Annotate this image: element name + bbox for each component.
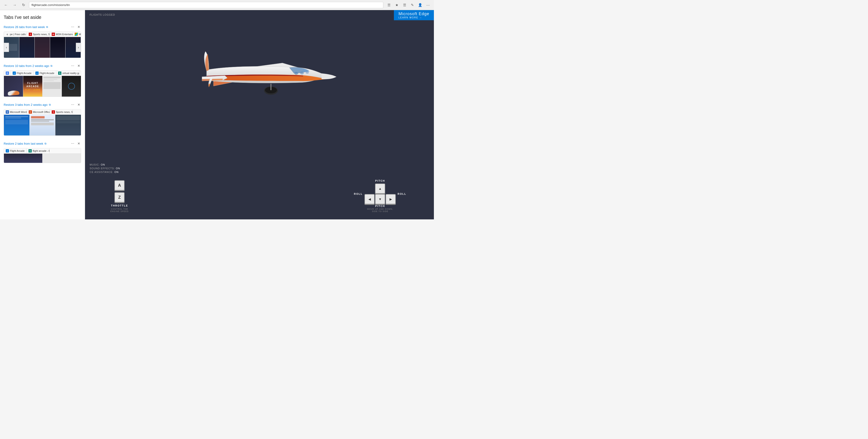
tab-preview[interactable]: [30, 115, 55, 136]
sound-setting: MUSIC: ON: [90, 163, 120, 166]
tab-label: S Sports news, Scores: [27, 32, 50, 37]
tab-group-2-header: Restore 10 tabs from 2 weeks ago ⧉ ⋯ ✕: [4, 63, 81, 68]
reading-view-button[interactable]: ☰: [385, 2, 392, 8]
next-arrow[interactable]: ›: [76, 43, 81, 52]
pitch-desc: MOVE UP AND DOWN, SIDE TO SIDE: [364, 208, 396, 212]
group2-tab-labels: B e Flight Arcade e Flight Arcade b virt…: [4, 70, 81, 76]
group2-close-button[interactable]: ✕: [76, 63, 81, 68]
tab-preview[interactable]: [42, 154, 81, 163]
tab-label: H Halo - Official Site: [79, 70, 81, 76]
dpad-up-button[interactable]: ▲: [375, 183, 385, 194]
tab-preview[interactable]: [55, 115, 81, 136]
tab-group-2: Restore 10 tabs from 2 weeks ago ⧉ ⋯ ✕ B…: [4, 63, 81, 97]
group3-previews: W Microsoft Word O Microsoft Office S Sp…: [4, 109, 81, 136]
game-panel: FLIGHTS LOGGED 𝕏 f Microsoft Edge LEARN …: [85, 10, 434, 220]
throttle-key-a: A: [115, 180, 125, 191]
restore-group1-link[interactable]: Restore 26 tabs from last week ⧉: [4, 25, 48, 29]
tab-label: e Flight Arcade: [11, 70, 34, 76]
tab-preview[interactable]: [50, 37, 65, 58]
group2-more-button[interactable]: ⋯: [70, 63, 75, 68]
tab-preview[interactable]: [4, 115, 30, 136]
hub-button[interactable]: ☰: [401, 2, 408, 8]
back-button[interactable]: ←: [3, 2, 9, 8]
airplane-display: [179, 22, 340, 132]
favicon-sports2-icon: S: [52, 110, 55, 114]
throttle-label: THROTTLE: [111, 204, 128, 207]
tab-label-text: virtual reality gam: [62, 72, 79, 75]
dpad-right-button[interactable]: ▶: [385, 194, 396, 204]
group4-previews: e Flight Arcade b flight arcade - Bing: [4, 148, 81, 163]
address-bar[interactable]: [29, 2, 383, 8]
restore-group3-label: Restore 3 tabs from 2 weeks ago: [4, 103, 48, 107]
refresh-button[interactable]: ↻: [20, 2, 27, 8]
notes-button[interactable]: ✎: [409, 2, 415, 8]
tabs-panel: Tabs I've set aside Restore 26 tabs from…: [0, 10, 85, 220]
svg-point-4: [300, 72, 304, 75]
favicon-ms-icon: [75, 33, 78, 36]
tab-preview[interactable]: [42, 76, 62, 96]
account-button[interactable]: 👤: [417, 2, 423, 8]
dpad-left-button[interactable]: ◀: [365, 194, 375, 204]
group1-close-button[interactable]: ✕: [76, 25, 81, 29]
tab-preview[interactable]: FLIGHTARCADE PLAY / LEARN: [23, 76, 42, 96]
tab-group-2-actions: ⋯ ✕: [70, 63, 81, 68]
restore-group2-link[interactable]: Restore 10 tabs from 2 weeks ago ⧉: [4, 64, 53, 68]
tab-label-text: Sports news, Scores: [56, 111, 73, 113]
pitch-label-bottom: PITCH: [375, 205, 385, 207]
tab-preview[interactable]: [4, 76, 23, 96]
group4-more-button[interactable]: ⋯: [70, 141, 75, 146]
group2-previews: B e Flight Arcade e Flight Arcade b virt…: [4, 70, 81, 97]
more-button[interactable]: ⋯: [425, 2, 431, 8]
group1-previews: e pe | Free calls to S Sports news, Scor…: [4, 31, 81, 58]
restore-group1-icon: ⧉: [46, 26, 48, 29]
tab-preview[interactable]: [4, 154, 42, 163]
controls-area: A Z THROTTLE CONTROL THE ENGINE SPEED PI…: [85, 179, 434, 212]
tab-preview[interactable]: [62, 76, 81, 96]
tab-group-4-actions: ⋯ ✕: [70, 141, 81, 146]
group3-close-button[interactable]: ✕: [76, 103, 81, 107]
group2-preview-images: FLIGHTARCADE PLAY / LEARN: [4, 76, 81, 96]
tab-group-3-header: Restore 3 tabs from 2 weeks ago ⧉ ⋯ ✕: [4, 103, 81, 107]
tab-label: O Microsoft Office: [27, 110, 50, 115]
tab-preview[interactable]: [19, 37, 35, 58]
group3-preview-images: [4, 115, 81, 136]
panel-title: Tabs I've set aside: [4, 15, 81, 20]
airplane-svg: [179, 22, 340, 132]
tab-group-4-header: Restore 2 tabs from last week ⧉ ⋯ ✕: [4, 141, 81, 146]
group4-tab-labels: e Flight Arcade b flight arcade - Bing: [4, 148, 81, 154]
sound-effects-setting: SOUND EFFECTS: ON: [90, 167, 120, 170]
group3-more-button[interactable]: ⋯: [70, 103, 75, 107]
tab-label: Microsoft HoloLens: [73, 32, 81, 37]
tab-group-1-header: Restore 26 tabs from last week ⧉ ⋯ ✕: [4, 25, 81, 29]
restore-group3-link[interactable]: Restore 3 tabs from 2 weeks ago ⧉: [4, 103, 51, 107]
game-settings: MUSIC: ON SOUND EFFECTS: ON CE ASSISTANC…: [90, 163, 120, 173]
prev-arrow[interactable]: ‹: [4, 43, 9, 52]
favicon-b-icon: B: [6, 71, 9, 75]
tab-group-4: Restore 2 tabs from last week ⧉ ⋯ ✕ e Fl…: [4, 141, 81, 163]
ms-edge-cta: LEARN MORE →: [399, 16, 422, 19]
forward-button[interactable]: →: [11, 2, 18, 8]
tab-label: W Microsoft Word: [4, 110, 27, 115]
dpad-row: ROLL ▲ ◀ ▼ ▶ ROLL: [354, 183, 406, 204]
main-content: Tabs I've set aside Restore 26 tabs from…: [0, 10, 434, 220]
tab-label: e Flight Arcade: [4, 148, 27, 153]
group4-close-button[interactable]: ✕: [76, 141, 81, 146]
ms-edge-banner[interactable]: Microsoft Edge LEARN MORE →: [394, 10, 434, 20]
favorites-button[interactable]: ★: [394, 2, 400, 8]
dpad-down-button[interactable]: ▼: [375, 194, 385, 204]
restore-group2-icon: ⧉: [51, 64, 53, 67]
dpad: ▲ ◀ ▼ ▶: [365, 183, 396, 204]
tab-label-text: MSN Entertainment: [56, 33, 73, 36]
tab-group-3: Restore 3 tabs from 2 weeks ago ⧉ ⋯ ✕ W …: [4, 103, 81, 136]
tab-label-text: pe | Free calls to: [10, 33, 27, 36]
group1-more-button[interactable]: ⋯: [70, 25, 75, 29]
tab-label: e Flight Arcade: [34, 70, 56, 76]
throttle-key-z: Z: [115, 192, 125, 202]
tab-preview[interactable]: [35, 37, 50, 58]
restore-group4-link[interactable]: Restore 2 tabs from last week ⧉: [4, 142, 46, 145]
tab-label: M MSN Entertainment: [50, 32, 73, 37]
favicon-office-icon: O: [29, 110, 32, 114]
group3-tab-labels: W Microsoft Word O Microsoft Office S Sp…: [4, 110, 81, 115]
browser-chrome: ← → ↻ ☰ ★ ☰ ✎ 👤 ⋯: [0, 0, 434, 10]
svg-point-3: [294, 72, 298, 75]
